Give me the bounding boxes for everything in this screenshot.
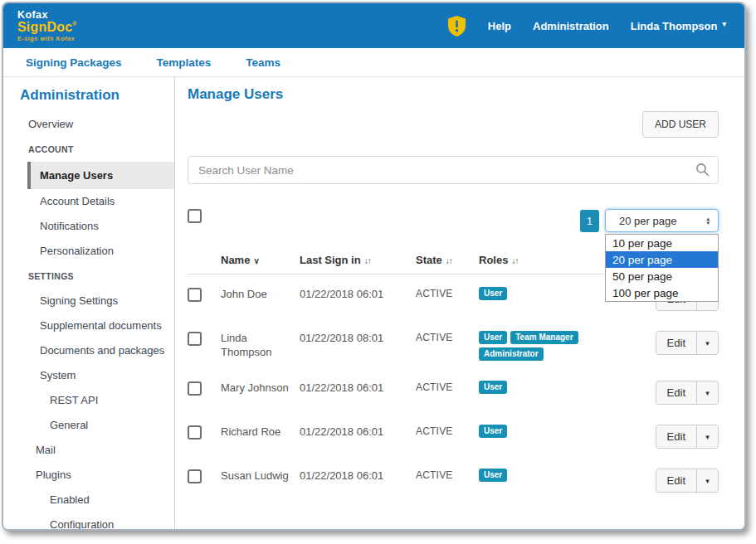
user-menu[interactable]: Linda Thompson ▾ xyxy=(631,20,726,32)
list-controls: 1 20 per page ▴▾ 10 per page20 per page5… xyxy=(188,209,719,232)
role-badge-user: User xyxy=(479,425,507,438)
edit-button[interactable]: Edit xyxy=(656,331,697,355)
table-row-linda-thompson: Linda Thompson01/22/2018 08:01ACTIVEUser… xyxy=(188,318,719,368)
sidebar-item-personalization[interactable]: Personalization xyxy=(3,239,174,264)
logo-product: SignDoc® xyxy=(17,21,77,34)
content-area: Administration OverviewACCOUNTManage Use… xyxy=(3,77,744,529)
row-actions: Edit▾ xyxy=(646,469,719,493)
per-page-selected-value: 20 per page xyxy=(619,215,676,227)
last-sign-in: 01/22/2018 06:01 xyxy=(300,425,416,439)
add-user-button[interactable]: ADD USER xyxy=(642,111,719,138)
column-header-name[interactable]: Name∨ xyxy=(221,254,300,266)
role-badge-user: User xyxy=(479,381,507,394)
state-value: ACTIVE xyxy=(416,381,479,395)
select-all-checkbox[interactable] xyxy=(188,209,202,223)
sidebar-item-overview[interactable]: Overview xyxy=(3,112,174,137)
edit-dropdown-toggle[interactable]: ▾ xyxy=(696,425,719,449)
edit-button[interactable]: Edit xyxy=(656,469,697,493)
edit-split-button: Edit▾ xyxy=(656,425,719,449)
search-icon xyxy=(695,163,710,177)
sidebar-item-system[interactable]: System xyxy=(3,363,174,388)
sidebar-item-signing-settings[interactable]: Signing Settings xyxy=(3,289,174,313)
logo-tagline: E-sign with Kofax xyxy=(17,36,77,41)
nav-templates[interactable]: Templates xyxy=(157,56,212,69)
app-window: Kofax SignDoc® E-sign with Kofax Help Ad… xyxy=(2,2,746,531)
per-page-dropdown: 10 per page20 per page50 per page100 per… xyxy=(605,234,719,302)
nav-teams[interactable]: Teams xyxy=(246,56,280,69)
user-name: John Doe xyxy=(221,287,300,301)
table-row-susan-ludwig: Susan Ludwig01/22/2018 06:01ACTIVEUserEd… xyxy=(188,456,719,500)
role-badge-team-manager: Team Manager xyxy=(510,331,578,344)
pagination-controls: 1 20 per page ▴▾ 10 per page20 per page5… xyxy=(580,209,719,232)
last-sign-in: 01/22/2018 06:01 xyxy=(300,287,416,301)
users-table-body: John Doe01/22/2018 06:01ACTIVEUserEdit▾L… xyxy=(188,274,719,500)
caret-down-icon: ▾ xyxy=(705,477,710,485)
manage-users-panel: Manage Users ADD USER 1 20 per page ▴▾ xyxy=(175,77,744,529)
nav-signing-packages[interactable]: Signing Packages xyxy=(26,56,122,69)
sidebar-item-notifications[interactable]: Notifications xyxy=(3,214,174,239)
help-link[interactable]: Help xyxy=(488,20,511,32)
caret-down-icon: ▾ xyxy=(705,433,710,441)
admin-sidebar: Administration OverviewACCOUNTManage Use… xyxy=(3,77,175,529)
sidebar-title: Administration xyxy=(3,87,174,104)
sidebar-item-general[interactable]: General xyxy=(3,413,174,438)
sidebar-item-supplemental-documents[interactable]: Supplemental documents xyxy=(3,313,174,338)
table-row-mary-johnson: Mary Johnson01/22/2018 06:01ACTIVEUserEd… xyxy=(188,368,719,412)
sidebar-item-enabled[interactable]: Enabled xyxy=(3,488,174,512)
row-checkbox[interactable] xyxy=(188,288,202,302)
row-checkbox[interactable] xyxy=(188,469,202,483)
search-input[interactable] xyxy=(188,156,719,184)
search-bar xyxy=(188,156,719,184)
role-badge-user: User xyxy=(479,331,507,344)
header-checkbox-spacer xyxy=(188,254,221,266)
user-name: Linda Thompson xyxy=(221,331,300,359)
edit-dropdown-toggle[interactable]: ▾ xyxy=(696,381,719,405)
sidebar-section-settings: SETTINGS xyxy=(3,264,174,289)
user-name: Susan Ludwig xyxy=(221,469,300,483)
row-actions: Edit▾ xyxy=(646,381,719,405)
kofax-signdoc-logo: Kofax SignDoc® E-sign with Kofax xyxy=(3,10,77,42)
edit-dropdown-toggle[interactable]: ▾ xyxy=(696,331,719,355)
row-actions: Edit▾ xyxy=(646,425,719,449)
chevron-down-icon: ▾ xyxy=(722,20,726,28)
column-header-last-sign-in[interactable]: Last Sign in↓↑ xyxy=(300,254,416,266)
table-row-richard-roe: Richard Roe01/22/2018 06:01ACTIVEUserEdi… xyxy=(188,412,719,456)
row-checkbox[interactable] xyxy=(188,425,202,440)
column-header-state[interactable]: State↓↑ xyxy=(416,254,479,266)
per-page-option-20-per-page[interactable]: 20 per page xyxy=(606,251,718,268)
sidebar-item-manage-users[interactable]: Manage Users xyxy=(27,162,174,189)
sidebar-items: OverviewACCOUNTManage UsersAccount Detai… xyxy=(3,112,174,529)
sidebar-item-configuration[interactable]: Configuration xyxy=(3,512,174,529)
toolbar: ADD USER xyxy=(188,111,719,138)
sidebar-section-account: ACCOUNT xyxy=(3,137,174,162)
roles-cell: User xyxy=(479,425,646,438)
user-menu-label: Linda Thompson xyxy=(631,20,718,32)
per-page-select[interactable]: 20 per page ▴▾ xyxy=(605,209,719,232)
row-checkbox[interactable] xyxy=(188,381,202,396)
page-1-button[interactable]: 1 xyxy=(580,210,599,232)
state-value: ACTIVE xyxy=(416,331,479,345)
roles-cell: User xyxy=(479,469,646,482)
edit-button[interactable]: Edit xyxy=(656,425,697,449)
per-page-option-50-per-page[interactable]: 50 per page xyxy=(606,268,718,284)
sidebar-item-plugins[interactable]: Plugins xyxy=(3,463,174,488)
per-page-option-100-per-page[interactable]: 100 per page xyxy=(606,284,718,301)
edit-button[interactable]: Edit xyxy=(656,381,697,405)
last-sign-in: 01/22/2018 08:01 xyxy=(300,331,416,345)
sidebar-item-documents-and-packages[interactable]: Documents and packages xyxy=(3,338,174,363)
sort-both-icon: ↓↑ xyxy=(446,256,452,265)
shield-warning-icon[interactable] xyxy=(447,15,466,37)
sidebar-item-mail[interactable]: Mail xyxy=(3,438,174,463)
administration-link[interactable]: Administration xyxy=(533,20,609,32)
per-page-option-10-per-page[interactable]: 10 per page xyxy=(606,235,718,251)
edit-split-button: Edit▾ xyxy=(656,381,719,405)
caret-down-icon: ▾ xyxy=(705,339,710,347)
sidebar-item-account-details[interactable]: Account Details xyxy=(3,189,174,214)
state-value: ACTIVE xyxy=(416,469,479,483)
sidebar-item-rest-api[interactable]: REST API xyxy=(3,388,174,413)
row-checkbox[interactable] xyxy=(188,332,202,346)
caret-down-icon: ▾ xyxy=(705,389,710,397)
logo-brand: Kofax xyxy=(17,10,77,21)
edit-dropdown-toggle[interactable]: ▾ xyxy=(696,469,719,493)
registered-mark: ® xyxy=(72,21,76,27)
